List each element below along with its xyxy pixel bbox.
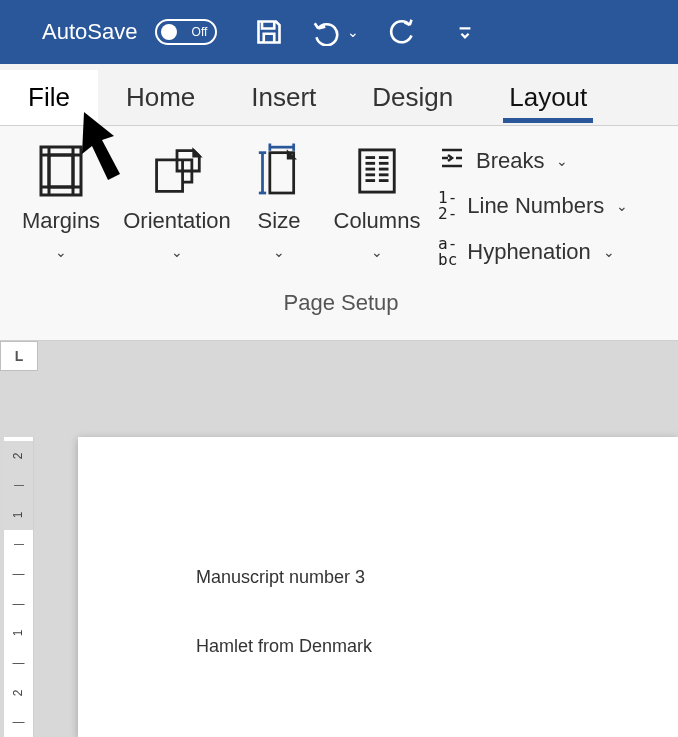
page-setup-small-buttons: Breaks ⌄ 1-2- Line Numbers ⌄ a-bc Hyphen…: [438, 140, 628, 268]
document-area: L 2 1 — — 1 — 2 — Manuscript number 3 Ha…: [0, 341, 678, 737]
hyphenation-label: Hyphenation: [467, 239, 591, 265]
quick-access-toolbar: ⌄: [253, 16, 481, 48]
tab-insert[interactable]: Insert: [223, 70, 344, 125]
redo-icon[interactable]: [385, 16, 417, 48]
size-button[interactable]: Size ⌄: [244, 140, 314, 260]
ribbon-layout: Margins ⌄ Orientation ⌄ Size ⌄: [0, 126, 678, 341]
margins-button[interactable]: Margins ⌄: [12, 140, 110, 260]
svg-rect-13: [360, 150, 395, 192]
ruler-mark: —: [13, 656, 25, 670]
autosave-toggle[interactable]: Off: [155, 19, 217, 45]
tab-file[interactable]: File: [0, 70, 98, 125]
hyphenation-button[interactable]: a-bc Hyphenation ⌄: [438, 236, 628, 268]
chevron-down-icon: ⌄: [171, 244, 183, 260]
orientation-label: Orientation: [123, 208, 231, 234]
margins-icon: [37, 140, 85, 202]
qat-overflow-icon[interactable]: [449, 16, 481, 48]
document-line[interactable]: Hamlet from Denmark: [196, 636, 678, 657]
autosave-state: Off: [192, 25, 208, 39]
chevron-down-icon: ⌄: [273, 244, 285, 260]
undo-button[interactable]: ⌄: [311, 16, 359, 48]
orientation-icon: [151, 140, 203, 202]
orientation-button[interactable]: Orientation ⌄: [128, 140, 226, 260]
chevron-down-icon: ⌄: [55, 244, 67, 260]
columns-label: Columns: [334, 208, 421, 234]
save-icon[interactable]: [253, 16, 285, 48]
chevron-down-icon: ⌄: [371, 244, 383, 260]
tab-home[interactable]: Home: [98, 70, 223, 125]
chevron-down-icon[interactable]: ⌄: [347, 24, 359, 40]
document-line[interactable]: Manuscript number 3: [196, 567, 678, 588]
undo-icon: [311, 16, 343, 48]
vertical-ruler[interactable]: 2 1 — — 1 — 2 —: [4, 437, 34, 737]
ruler-mark: 1: [12, 630, 26, 637]
autosave-label: AutoSave: [42, 19, 137, 45]
ruler-tick: [14, 485, 24, 486]
tab-layout[interactable]: Layout: [481, 70, 615, 125]
ruler-mark: 2: [12, 452, 26, 459]
breaks-label: Breaks: [476, 148, 544, 174]
ribbon-tabs: File Home Insert Design Layout: [0, 64, 678, 126]
size-label: Size: [258, 208, 301, 234]
line-numbers-button[interactable]: 1-2- Line Numbers ⌄: [438, 190, 628, 222]
hyphenation-icon: a-bc: [438, 236, 457, 268]
page-setup-large-buttons: Margins ⌄ Orientation ⌄ Size ⌄: [12, 140, 422, 260]
size-icon: [257, 140, 301, 202]
document-page[interactable]: Manuscript number 3 Hamlet from Denmark: [78, 437, 678, 737]
ruler-mark: —: [13, 597, 25, 611]
ruler-mark: —: [13, 715, 25, 729]
line-numbers-icon: 1-2-: [438, 190, 457, 222]
columns-icon: [354, 140, 400, 202]
ruler-mark: 1: [12, 512, 26, 519]
chevron-down-icon: ⌄: [556, 153, 568, 169]
svg-rect-1: [49, 155, 73, 187]
chevron-down-icon: ⌄: [616, 198, 628, 214]
ruler-mark: 2: [12, 689, 26, 696]
breaks-button[interactable]: Breaks ⌄: [438, 146, 628, 176]
tab-design[interactable]: Design: [344, 70, 481, 125]
title-bar: AutoSave Off ⌄: [0, 0, 678, 64]
ruler-tick: [14, 544, 24, 545]
ribbon-group-name: Page Setup: [12, 290, 670, 316]
ruler-mark: —: [13, 567, 25, 581]
columns-button[interactable]: Columns ⌄: [332, 140, 422, 260]
breaks-icon: [438, 146, 466, 176]
chevron-down-icon: ⌄: [603, 244, 615, 260]
line-numbers-label: Line Numbers: [467, 193, 604, 219]
autosave-knob: [161, 24, 177, 40]
margins-label: Margins: [22, 208, 100, 234]
ruler-corner[interactable]: L: [0, 341, 38, 371]
